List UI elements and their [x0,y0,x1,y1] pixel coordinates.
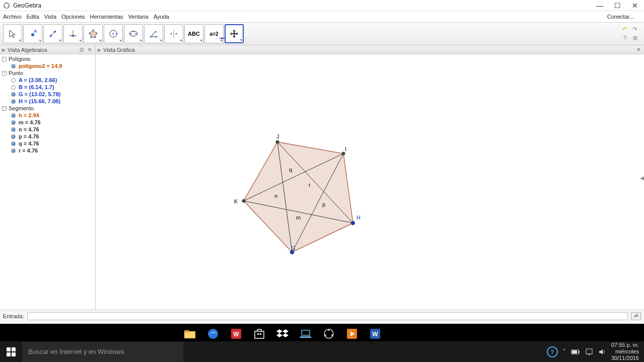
panel-close-icon[interactable]: ✕ [86,46,93,53]
tool-move-view[interactable] [225,24,244,43]
algebra-panel-title: Vista Algebraica [8,47,47,53]
help-icon[interactable]: ? [621,34,629,42]
collapse-icon: ▶ [2,47,6,52]
svg-text:H: H [356,214,361,221]
tray-volume-icon[interactable] [598,348,606,356]
panel-pin-icon[interactable]: ⊡ [78,46,85,53]
menu-archivo[interactable]: Archivo [3,14,22,20]
taskbar-app-edge[interactable] [204,325,222,342]
svg-point-40 [342,152,345,156]
svg-point-3 [6,3,7,4]
tool-point[interactable]: A [23,24,42,43]
tree-cat-poligono[interactable]: −Polígono [0,55,95,62]
tray-battery-icon[interactable] [571,349,580,355]
redo-icon[interactable]: ↷ [631,25,639,33]
svg-text:p: p [322,201,325,207]
svg-point-22 [130,33,132,35]
tree-item-m[interactable]: m = 4.76 [0,119,95,126]
svg-point-15 [95,37,96,38]
tool-move[interactable] [3,24,22,43]
tree-item-h[interactable]: h = 2.94 [0,112,95,119]
tool-polygon[interactable] [84,24,103,43]
svg-text:q: q [289,167,292,173]
taskbar-app-laptop[interactable] [297,325,314,342]
menu-ayuda[interactable]: Ayuda [154,14,169,20]
svg-rect-60 [257,333,259,335]
tree-item-G[interactable]: G = (13.02, 5.78) [0,91,95,98]
tool-line[interactable] [43,24,62,43]
close-button[interactable]: ✕ [632,2,638,10]
taskbar-search[interactable]: Buscar en Internet y en Windows [22,342,183,362]
tray-clock[interactable]: 07:55 p. m. miércoles 30/11/2016 [611,342,639,361]
svg-point-25 [150,36,152,38]
minimize-button[interactable]: — [596,2,603,10]
tool-slider[interactable]: a=2 [204,24,224,43]
svg-text:K: K [234,198,238,204]
taskbar-app-store[interactable] [251,325,268,342]
svg-rect-71 [12,347,16,351]
svg-point-20 [116,33,118,35]
taskbar-app-red[interactable]: W [228,325,245,342]
input-enter-button[interactable]: ⏎ [631,312,641,320]
window-title: GeoGebra [13,2,41,9]
taskbar-app-explorer[interactable] [181,325,198,342]
taskbar-app-dropbox[interactable] [274,325,291,342]
panel-close-icon[interactable]: ✕ [635,46,642,53]
menu-opciones[interactable]: Opciones [61,14,85,20]
start-button[interactable] [0,342,22,362]
menu-edita[interactable]: Edita [27,14,39,20]
tree-cat-punto[interactable]: −Punto [0,69,95,77]
svg-rect-76 [572,350,577,353]
tree-item-p[interactable]: p = 4.76 [0,133,95,140]
graphics-view[interactable]: J I K H G q r n p m ◀ [96,54,644,310]
algebra-panel-header[interactable]: ▶ Vista Algebraica ⊡ ✕ [0,45,95,54]
graphics-panel-header[interactable]: ▶ Vista Gráfica ✕ [96,45,644,54]
tree-item-poligono2[interactable]: polígono2 = 14.9 [0,62,95,69]
tray-chevron-up-icon[interactable]: ˄ [563,348,566,355]
tree-item-B[interactable]: B = (6.14, 1.7) [0,84,95,91]
tree-cat-segmento[interactable]: −Segmento [0,105,95,112]
tool-reflect[interactable] [164,24,183,43]
tree-item-H[interactable]: H = (15.66, 7.08) [0,98,95,105]
svg-point-30 [176,33,177,35]
taskbar-app-geogebra[interactable] [320,325,337,342]
menu-conectar[interactable]: Conectar... [607,14,636,20]
tray-help-icon[interactable]: ? [547,346,558,357]
menu-vista[interactable]: Vista [44,14,56,20]
tool-perpendicular[interactable] [63,24,83,43]
svg-point-14 [96,33,98,34]
geometry-canvas[interactable]: J I K H G q r n p m [96,54,642,309]
tree-item-r[interactable]: r = 4.76 [0,147,95,154]
svg-point-42 [351,222,355,225]
tool-angle[interactable] [144,24,163,43]
svg-rect-70 [7,347,11,351]
tray-notifications-icon[interactable] [585,348,593,356]
tree-item-q[interactable]: q = 4.76 [0,140,95,147]
svg-point-64 [324,334,326,336]
geogebra-logo-icon [3,2,10,9]
menu-ventana[interactable]: Ventana [128,14,149,20]
menu-herramientas[interactable]: Herramientas [90,14,123,20]
tool-ellipse[interactable] [124,24,143,43]
graphics-panel-title: Vista Gráfica [103,47,135,53]
windows-taskbar: W W Buscar en Internet y en Windows ? ˄ … [0,324,644,362]
maximize-button[interactable]: ☐ [614,2,621,10]
side-expand-icon[interactable]: ◀ [640,175,644,182]
taskbar-app-word[interactable]: W [367,325,384,342]
undo-icon[interactable]: ↶ [621,25,629,33]
command-input[interactable] [27,312,628,320]
svg-rect-72 [7,352,11,356]
tool-text[interactable]: ABC [184,24,203,43]
svg-point-32 [221,37,223,39]
svg-text:I: I [345,146,346,152]
svg-text:r: r [309,182,311,188]
taskbar-app-media[interactable] [343,325,361,342]
svg-point-56 [208,329,218,339]
svg-point-29 [171,33,172,35]
tree-item-n[interactable]: n = 4.76 [0,126,95,133]
tool-circle[interactable] [104,24,123,43]
settings-icon[interactable]: ⚙ [631,34,639,42]
svg-point-19 [113,33,114,35]
svg-text:n: n [274,193,277,199]
tree-item-A[interactable]: A = (3.08, 2.66) [0,77,95,84]
